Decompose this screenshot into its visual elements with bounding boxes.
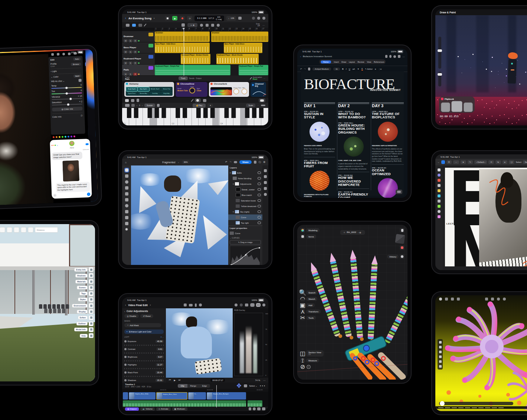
amp-icon[interactable] (125, 99, 129, 102)
back-icon[interactable]: ‹ (125, 16, 126, 20)
decay-knob[interactable] (233, 89, 239, 94)
crop-tool-icon[interactable] (438, 200, 441, 203)
select-menu[interactable]: Select (516, 161, 521, 163)
lock-icon[interactable] (157, 104, 160, 107)
panel-materials[interactable]: Materials (75, 280, 88, 283)
info-icon[interactable] (264, 193, 267, 196)
model-info-icon[interactable] (89, 327, 94, 332)
back-icon[interactable]: ‹ (124, 310, 125, 312)
mute-button[interactable]: M (124, 50, 128, 53)
select-menu[interactable]: Select ⌄ (249, 385, 257, 387)
song-title[interactable]: An Evening Song (128, 17, 151, 20)
search-tool[interactable]: Search (306, 291, 318, 295)
scopes-icon[interactable] (256, 303, 260, 306)
snap-setting[interactable]: Snap1/4 (256, 23, 260, 27)
eye-icon[interactable] (258, 177, 261, 180)
photo-attachment[interactable] (62, 160, 79, 181)
keyboard-mode-icon[interactable] (125, 104, 130, 107)
mute-button[interactable]: M (124, 62, 128, 65)
wb-value[interactable]: As shot (55, 80, 62, 82)
keyboard-dismiss-button[interactable] (396, 190, 402, 194)
clone-tool-icon[interactable] (125, 192, 128, 196)
canvas[interactable] (131, 165, 228, 265)
help-icon[interactable] (89, 333, 94, 338)
timeline-playhead[interactable] (216, 385, 217, 407)
layer-row[interactable]: Yellow desaturation (241, 205, 256, 207)
play-button[interactable]: ▶ (172, 16, 177, 20)
clip[interactable]: S… (188, 392, 206, 400)
mute-button[interactable]: M (124, 73, 128, 76)
mode-clip[interactable]: Clip (178, 384, 187, 388)
eye-icon[interactable] (258, 210, 261, 213)
tab-review[interactable]: Review (357, 61, 364, 63)
sustain-button[interactable]: Sustain (144, 104, 155, 107)
sketch-icon[interactable]: ◠ (300, 296, 305, 301)
avatar[interactable] (69, 141, 74, 146)
eye-icon[interactable] (258, 205, 261, 207)
preset-cell[interactable]: Metallic Swell (150, 87, 161, 91)
record-enable-button[interactable]: R (133, 62, 137, 65)
frame-thumbnail[interactable] (464, 102, 473, 112)
document-title[interactable]: Biofacture Innovation Summit (303, 55, 332, 58)
eye-icon[interactable] (258, 188, 261, 191)
tracks-view-icon[interactable] (126, 24, 130, 27)
modeling-button[interactable]: Modeling (306, 228, 320, 232)
plugin-list-icon[interactable] (137, 99, 139, 102)
items-icon[interactable] (300, 234, 305, 239)
edit-mode-switch[interactable]: Clip Range Edge (178, 384, 210, 388)
drag-handle-icon[interactable] (261, 105, 265, 106)
track-header-pads[interactable]: Pads MSR (122, 65, 155, 76)
section-view-icon[interactable]: ◫ (300, 351, 305, 356)
send-button[interactable]: ↑ (87, 193, 90, 196)
mode-range[interactable]: Range (187, 384, 199, 388)
solo-button[interactable]: S (128, 62, 132, 65)
eye-icon[interactable] (258, 183, 261, 185)
track-header-keyboard[interactable]: Keyboard Player MSR (122, 53, 155, 65)
panel-entity-info[interactable]: Entity Info (74, 268, 88, 272)
settings-icon[interactable] (503, 298, 506, 301)
play-button[interactable]: ▶ (174, 379, 176, 381)
zoom-level[interactable]: 36% (182, 160, 190, 164)
curve-property[interactable]: Curve (235, 232, 261, 234)
checked-icon[interactable] (240, 303, 243, 306)
piano-keyboard[interactable]: C2 C3 C4 (122, 108, 268, 125)
minimize-icon[interactable] (262, 303, 265, 306)
brush-opacity-slider[interactable] (438, 72, 441, 86)
editor-button[interactable]: ✎ Editor (365, 68, 373, 70)
grid-icon[interactable] (439, 365, 442, 368)
octave-down-button[interactable]: ‹ (137, 104, 137, 106)
close-icon[interactable]: ⓧ (81, 114, 83, 117)
view-cube[interactable] (395, 234, 405, 244)
add-attachment-button[interactable]: + (53, 194, 56, 197)
highlight-icon[interactable]: ▼ (357, 68, 359, 70)
entity-info-icon[interactable] (89, 267, 94, 272)
eraser-icon[interactable] (217, 24, 220, 27)
append-icon[interactable] (262, 407, 265, 410)
preset-cell[interactable]: Dark Arp (150, 92, 161, 96)
snapping-icon[interactable]: ✥ (236, 382, 241, 389)
tags-icon[interactable] (89, 291, 94, 296)
notifications-icon[interactable] (28, 227, 33, 233)
undo-icon[interactable]: ↶ (225, 161, 227, 164)
materials-icon[interactable] (89, 279, 94, 284)
preset-cell[interactable]: Epic Synth (138, 87, 149, 91)
pencil-icon[interactable] (191, 99, 193, 102)
text-color-icon[interactable]: A (361, 68, 363, 70)
timeline-name[interactable]: Timeline 1 (125, 383, 135, 385)
styles-icon[interactable] (89, 297, 94, 302)
region[interactable]: Keyboard Player - Broken Chords (181, 54, 210, 64)
region[interactable]: Bass Player - Indie Disco (155, 43, 210, 53)
region[interactable]: Drummer (155, 32, 210, 42)
tools-icon[interactable]: ✂ (300, 315, 305, 320)
panel-shadows[interactable]: Shadows (75, 274, 88, 278)
slider-contrast[interactable]: Contrast4.41 (124, 348, 164, 354)
stop-button[interactable] (165, 16, 170, 20)
tab-home[interactable]: Home (321, 60, 331, 63)
browse-button[interactable]: Browse (71, 63, 81, 66)
back-icon[interactable]: ‹ (57, 144, 58, 147)
list-icon[interactable]: ⋮≡ (378, 68, 382, 70)
next-frame-button[interactable]: ⏭ (179, 379, 180, 381)
transform-tool-icon[interactable] (125, 174, 128, 178)
help-icon[interactable]: ⓘ (259, 161, 261, 164)
pencil-tool-icon[interactable] (438, 189, 441, 192)
